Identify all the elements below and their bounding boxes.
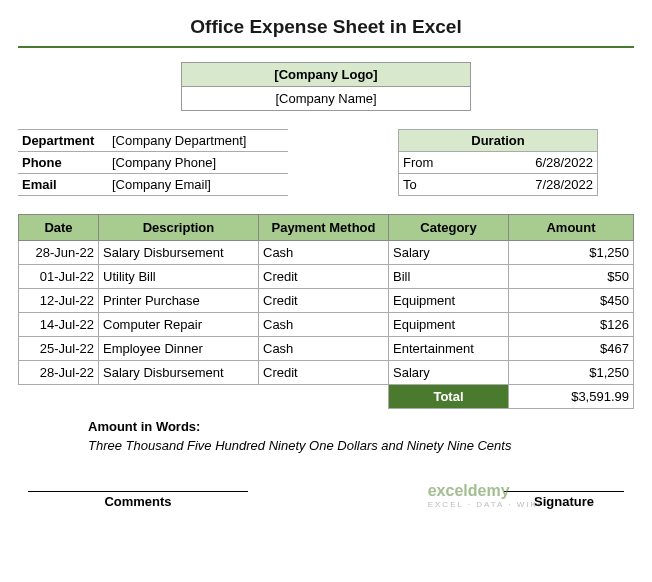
cell-amt: $50 — [509, 265, 634, 289]
meta-section: Department [Company Department] Phone [C… — [18, 129, 634, 196]
total-value: $3,591.99 — [509, 385, 634, 409]
cell-cat: Equipment — [389, 289, 509, 313]
cell-date: 14-Jul-22 — [19, 313, 99, 337]
cell-desc: Computer Repair — [99, 313, 259, 337]
col-amt: Amount — [509, 215, 634, 241]
cell-cat: Bill — [389, 265, 509, 289]
cell-desc: Employee Dinner — [99, 337, 259, 361]
company-name-placeholder: [Company Name] — [182, 87, 470, 110]
cell-amt: $1,250 — [509, 241, 634, 265]
to-label: To — [403, 177, 417, 192]
table-row: 28-Jun-22Salary DisbursementCashSalary$1… — [19, 241, 634, 265]
col-date: Date — [19, 215, 99, 241]
table-row: 28-Jul-22Salary DisbursementCreditSalary… — [19, 361, 634, 385]
cell-amt: $126 — [509, 313, 634, 337]
cell-method: Cash — [259, 241, 389, 265]
cell-method: Credit — [259, 289, 389, 313]
table-row: 12-Jul-22Printer PurchaseCreditEquipment… — [19, 289, 634, 313]
company-info: Department [Company Department] Phone [C… — [18, 129, 288, 196]
cell-method: Credit — [259, 361, 389, 385]
duration-block: Duration From 6/28/2022 To 7/28/2022 — [398, 129, 598, 196]
cell-desc: Utility Bill — [99, 265, 259, 289]
duration-to-row: To 7/28/2022 — [398, 174, 598, 196]
cell-cat: Salary — [389, 361, 509, 385]
cell-date: 01-Jul-22 — [19, 265, 99, 289]
phone-label: Phone — [18, 152, 108, 174]
table-row: 01-Jul-22Utility BillCreditBill$50 — [19, 265, 634, 289]
from-label: From — [403, 155, 433, 170]
dept-label: Department — [18, 129, 108, 152]
cell-amt: $450 — [509, 289, 634, 313]
table-row: 25-Jul-22Employee DinnerCashEntertainmen… — [19, 337, 634, 361]
col-method: Payment Method — [259, 215, 389, 241]
cell-cat: Salary — [389, 241, 509, 265]
email-label: Email — [18, 174, 108, 196]
cell-cat: Entertainment — [389, 337, 509, 361]
phone-value: [Company Phone] — [108, 152, 288, 174]
comments-label: Comments — [28, 491, 248, 509]
page-title: Office Expense Sheet in Excel — [18, 10, 634, 48]
amount-words-text: Three Thousand Five Hundred Ninety One D… — [88, 438, 634, 453]
table-header-row: Date Description Payment Method Category… — [19, 215, 634, 241]
cell-cat: Equipment — [389, 313, 509, 337]
company-logo-placeholder: [Company Logo] — [182, 63, 470, 87]
duration-from-row: From 6/28/2022 — [398, 152, 598, 174]
from-value: 6/28/2022 — [535, 155, 593, 170]
cell-desc: Salary Disbursement — [99, 361, 259, 385]
amount-words-block: Amount in Words: Three Thousand Five Hun… — [88, 419, 634, 453]
cell-method: Cash — [259, 313, 389, 337]
expense-table: Date Description Payment Method Category… — [18, 214, 634, 409]
cell-date: 25-Jul-22 — [19, 337, 99, 361]
total-label: Total — [389, 385, 509, 409]
cell-method: Credit — [259, 265, 389, 289]
cell-desc: Salary Disbursement — [99, 241, 259, 265]
total-row: Total $3,591.99 — [19, 385, 634, 409]
cell-method: Cash — [259, 337, 389, 361]
dept-value: [Company Department] — [108, 129, 288, 152]
footer: Comments Signature — [18, 491, 634, 509]
cell-amt: $1,250 — [509, 361, 634, 385]
amount-words-label: Amount in Words: — [88, 419, 634, 434]
table-row: 14-Jul-22Computer RepairCashEquipment$12… — [19, 313, 634, 337]
cell-desc: Printer Purchase — [99, 289, 259, 313]
col-cat: Category — [389, 215, 509, 241]
duration-heading: Duration — [398, 129, 598, 152]
cell-date: 28-Jun-22 — [19, 241, 99, 265]
cell-amt: $467 — [509, 337, 634, 361]
cell-date: 12-Jul-22 — [19, 289, 99, 313]
email-value: [Company Email] — [108, 174, 288, 196]
to-value: 7/28/2022 — [535, 177, 593, 192]
col-desc: Description — [99, 215, 259, 241]
company-header: [Company Logo] [Company Name] — [181, 62, 471, 111]
cell-date: 28-Jul-22 — [19, 361, 99, 385]
signature-label: Signature — [504, 491, 624, 509]
